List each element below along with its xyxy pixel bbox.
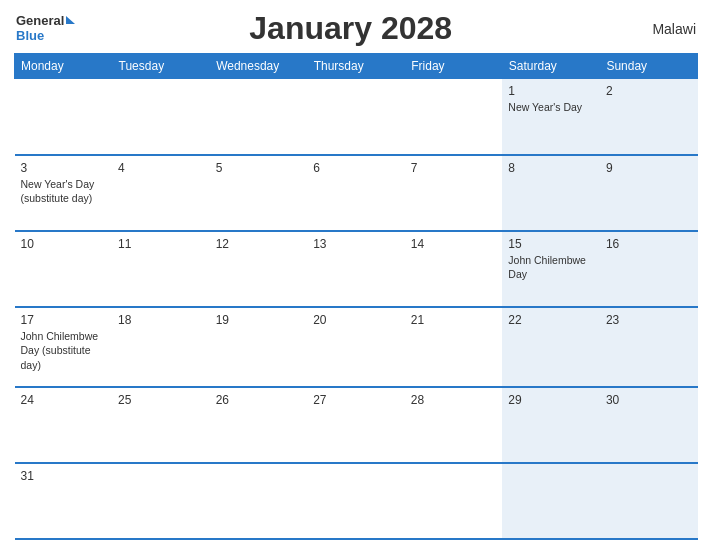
day-number: 3 <box>21 161 107 175</box>
day-number: 25 <box>118 393 204 407</box>
day-number: 20 <box>313 313 399 327</box>
calendar-cell: 24 <box>15 387 113 463</box>
day-number: 31 <box>21 469 107 483</box>
col-monday: Monday <box>15 54 113 79</box>
event-text: New Year's Day <box>508 101 582 113</box>
day-number: 22 <box>508 313 594 327</box>
week-row-5: 24252627282930 <box>15 387 698 463</box>
logo-general-text: General <box>16 14 64 28</box>
col-thursday: Thursday <box>307 54 405 79</box>
calendar-cell <box>405 463 503 539</box>
calendar-cell: 1New Year's Day <box>502 79 600 155</box>
calendar-cell: 27 <box>307 387 405 463</box>
calendar-cell: 31 <box>15 463 113 539</box>
calendar-cell <box>210 79 308 155</box>
calendar-cell <box>600 463 698 539</box>
calendar-cell: 20 <box>307 307 405 387</box>
day-number: 18 <box>118 313 204 327</box>
day-number: 21 <box>411 313 497 327</box>
week-row-1: 1New Year's Day2 <box>15 79 698 155</box>
day-number: 24 <box>21 393 107 407</box>
day-number: 17 <box>21 313 107 327</box>
calendar-cell: 10 <box>15 231 113 307</box>
logo: General Blue <box>16 14 75 43</box>
calendar-cell: 29 <box>502 387 600 463</box>
day-number: 10 <box>21 237 107 251</box>
col-friday: Friday <box>405 54 503 79</box>
calendar-page: General Blue January 2028 Malawi Monday … <box>0 0 712 550</box>
day-number: 29 <box>508 393 594 407</box>
calendar-cell: 16 <box>600 231 698 307</box>
calendar-cell <box>15 79 113 155</box>
day-number: 2 <box>606 84 692 98</box>
calendar-cell: 9 <box>600 155 698 231</box>
week-row-6: 31 <box>15 463 698 539</box>
calendar-cell <box>502 463 600 539</box>
column-header-row: Monday Tuesday Wednesday Thursday Friday… <box>15 54 698 79</box>
calendar-cell <box>405 79 503 155</box>
day-number: 26 <box>216 393 302 407</box>
calendar-cell: 13 <box>307 231 405 307</box>
week-row-2: 3New Year's Day (substitute day)456789 <box>15 155 698 231</box>
day-number: 7 <box>411 161 497 175</box>
calendar-cell: 19 <box>210 307 308 387</box>
day-number: 19 <box>216 313 302 327</box>
day-number: 6 <box>313 161 399 175</box>
calendar-cell: 5 <box>210 155 308 231</box>
day-number: 5 <box>216 161 302 175</box>
day-number: 27 <box>313 393 399 407</box>
calendar-cell: 17John Chilembwe Day (substitute day) <box>15 307 113 387</box>
calendar-table: Monday Tuesday Wednesday Thursday Friday… <box>14 53 698 540</box>
day-number: 8 <box>508 161 594 175</box>
calendar-cell: 26 <box>210 387 308 463</box>
calendar-cell: 8 <box>502 155 600 231</box>
calendar-header: General Blue January 2028 Malawi <box>14 10 698 47</box>
calendar-cell: 18 <box>112 307 210 387</box>
calendar-cell <box>307 463 405 539</box>
day-number: 12 <box>216 237 302 251</box>
calendar-cell: 11 <box>112 231 210 307</box>
day-number: 9 <box>606 161 692 175</box>
calendar-cell: 30 <box>600 387 698 463</box>
day-number: 16 <box>606 237 692 251</box>
day-number: 23 <box>606 313 692 327</box>
week-row-4: 17John Chilembwe Day (substitute day)181… <box>15 307 698 387</box>
calendar-cell: 23 <box>600 307 698 387</box>
col-wednesday: Wednesday <box>210 54 308 79</box>
day-number: 1 <box>508 84 594 98</box>
calendar-cell: 6 <box>307 155 405 231</box>
event-text: John Chilembwe Day (substitute day) <box>21 330 99 371</box>
calendar-cell <box>112 79 210 155</box>
col-tuesday: Tuesday <box>112 54 210 79</box>
logo-blue-text: Blue <box>16 29 44 43</box>
calendar-cell: 28 <box>405 387 503 463</box>
day-number: 11 <box>118 237 204 251</box>
calendar-cell: 7 <box>405 155 503 231</box>
day-number: 15 <box>508 237 594 251</box>
calendar-cell: 22 <box>502 307 600 387</box>
country-label: Malawi <box>626 21 696 37</box>
calendar-cell: 4 <box>112 155 210 231</box>
week-row-3: 101112131415John Chilembwe Day16 <box>15 231 698 307</box>
event-text: New Year's Day (substitute day) <box>21 178 95 205</box>
calendar-cell: 3New Year's Day (substitute day) <box>15 155 113 231</box>
col-sunday: Sunday <box>600 54 698 79</box>
logo-triangle-icon <box>66 16 75 24</box>
calendar-cell <box>112 463 210 539</box>
day-number: 13 <box>313 237 399 251</box>
calendar-cell: 15John Chilembwe Day <box>502 231 600 307</box>
calendar-cell: 12 <box>210 231 308 307</box>
col-saturday: Saturday <box>502 54 600 79</box>
calendar-cell <box>210 463 308 539</box>
event-text: John Chilembwe Day <box>508 254 586 281</box>
day-number: 28 <box>411 393 497 407</box>
day-number: 30 <box>606 393 692 407</box>
calendar-title: January 2028 <box>75 10 626 47</box>
calendar-cell: 2 <box>600 79 698 155</box>
day-number: 14 <box>411 237 497 251</box>
day-number: 4 <box>118 161 204 175</box>
calendar-cell <box>307 79 405 155</box>
calendar-cell: 21 <box>405 307 503 387</box>
calendar-cell: 25 <box>112 387 210 463</box>
calendar-cell: 14 <box>405 231 503 307</box>
